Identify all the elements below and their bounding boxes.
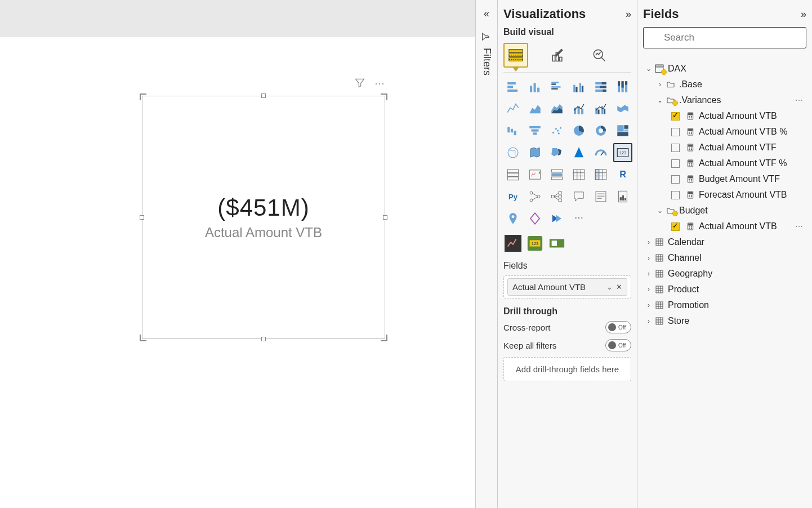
fields-well[interactable]: Actual Amount VTB ⌄ ✕ — [503, 275, 631, 298]
svg-rect-12 — [507, 86, 513, 88]
field-checkbox[interactable] — [671, 159, 680, 168]
waterfall-chart-icon[interactable] — [503, 121, 523, 140]
measure-item[interactable]: Actual Amount VTB⋯ — [670, 219, 806, 234]
more-options-icon[interactable]: ⋯ — [793, 222, 805, 231]
funnel-chart-icon[interactable] — [525, 121, 545, 140]
svg-point-122 — [691, 116, 691, 117]
measure-item[interactable]: Actual Amount VTB — [670, 108, 806, 124]
custom-visual-3-icon[interactable] — [547, 234, 566, 253]
shape-map-icon[interactable] — [547, 143, 566, 162]
multi-row-card-icon[interactable] — [503, 165, 523, 184]
svg-point-57 — [599, 128, 603, 133]
card-visual-icon[interactable]: 123 — [613, 143, 632, 162]
folder-budget[interactable]: ⌄ Budget — [654, 203, 806, 219]
folder-variances[interactable]: ⌄ .Variances ⋯ — [654, 92, 806, 108]
donut-chart-icon[interactable] — [591, 121, 610, 140]
format-visual-tab[interactable] — [545, 43, 570, 68]
slicer-icon[interactable] — [547, 165, 566, 184]
filter-icon[interactable] — [354, 77, 365, 91]
azure-map-icon[interactable] — [569, 143, 588, 162]
svg-point-142 — [691, 165, 691, 166]
power-apps-icon[interactable] — [525, 209, 545, 228]
svg-point-159 — [689, 228, 689, 229]
line-stacked-column-icon[interactable] — [569, 99, 588, 118]
r-visual-icon[interactable]: R — [613, 165, 632, 184]
filters-pane-collapsed[interactable]: « Filters — [475, 0, 498, 508]
svg-rect-15 — [534, 83, 536, 92]
measure-item[interactable]: Budget Amount VTF — [670, 171, 806, 187]
arcgis-map-icon[interactable] — [503, 209, 523, 228]
field-chip-remove-icon[interactable]: ✕ — [616, 283, 622, 291]
table-dax[interactable]: ⌄ DAX — [643, 61, 806, 77]
field-checkbox[interactable] — [671, 144, 680, 152]
matrix-icon[interactable] — [591, 165, 610, 184]
field-checkbox[interactable] — [671, 175, 680, 184]
line-clustered-column-icon[interactable] — [591, 99, 610, 118]
field-chip[interactable]: Actual Amount VTB ⌄ ✕ — [507, 278, 627, 296]
filled-map-icon[interactable] — [525, 143, 545, 162]
get-more-visuals-icon[interactable]: ⋯ — [569, 209, 588, 228]
python-visual-icon[interactable]: Py — [503, 187, 523, 206]
stacked-bar-chart-icon[interactable] — [503, 77, 523, 96]
treemap-icon[interactable] — [613, 121, 632, 140]
table-store[interactable]: › Store — [643, 313, 806, 329]
card-data-label: Actual Amount VTB — [205, 225, 322, 240]
scatter-chart-icon[interactable] — [547, 121, 566, 140]
key-influencers-icon[interactable] — [525, 187, 545, 206]
paginated-report-icon[interactable] — [613, 187, 632, 206]
svg-point-147 — [689, 181, 689, 181]
table-icon[interactable] — [569, 165, 588, 184]
table-calendar[interactable]: › Calendar — [643, 234, 806, 250]
more-options-icon[interactable]: ⋯ — [374, 77, 385, 91]
hundred-stacked-bar-icon[interactable] — [591, 77, 610, 96]
table-product[interactable]: › Product — [643, 282, 806, 297]
measure-item[interactable]: Actual Amount VTF — [670, 140, 806, 155]
clustered-column-chart-icon[interactable] — [569, 77, 588, 96]
canvas-page[interactable]: ⋯ ($451M) Actual Amount VTB — [0, 37, 475, 508]
measure-item[interactable]: Forecast Amount VTB — [670, 187, 806, 203]
analytics-tab[interactable] — [587, 43, 612, 68]
custom-visual-2-icon[interactable]: 123 — [525, 234, 545, 253]
map-icon[interactable] — [503, 143, 523, 162]
stacked-column-chart-icon[interactable] — [525, 77, 545, 96]
svg-rect-73 — [551, 177, 563, 180]
qa-visual-icon[interactable] — [569, 187, 588, 206]
field-chip-dropdown-icon[interactable]: ⌄ — [606, 283, 613, 291]
table-channel[interactable]: › Channel — [643, 250, 806, 266]
report-canvas[interactable]: ⋯ ($451M) Actual Amount VTB — [0, 0, 475, 508]
expand-filters-icon[interactable]: « — [484, 8, 489, 20]
stacked-area-chart-icon[interactable] — [547, 99, 566, 118]
hundred-stacked-column-icon[interactable] — [613, 77, 632, 96]
folder-base[interactable]: › .Base — [654, 77, 806, 92]
field-checkbox[interactable] — [671, 191, 680, 199]
custom-visual-1-icon[interactable] — [503, 234, 523, 253]
build-visual-tab[interactable] — [503, 43, 528, 68]
area-chart-icon[interactable] — [525, 99, 545, 118]
card-visual[interactable]: ⋯ ($451M) Actual Amount VTB — [142, 96, 385, 339]
fields-title: Fields — [643, 7, 679, 21]
pie-chart-icon[interactable] — [569, 121, 588, 140]
field-checkbox[interactable] — [671, 222, 680, 231]
table-promotion[interactable]: › Promotion — [643, 297, 806, 313]
kpi-icon[interactable]: ▲ — [525, 165, 545, 184]
field-checkbox[interactable] — [671, 112, 680, 121]
fields-search-input[interactable] — [643, 27, 806, 48]
smart-narrative-icon[interactable] — [591, 187, 610, 206]
ribbon-chart-icon[interactable] — [613, 99, 632, 118]
more-options-icon[interactable]: ⋯ — [793, 96, 805, 105]
power-automate-icon[interactable] — [547, 209, 566, 228]
decomposition-tree-icon[interactable] — [547, 187, 566, 206]
measure-item[interactable]: Actual Amount VTB % — [670, 124, 806, 140]
cross-report-toggle[interactable]: Off — [605, 321, 631, 333]
table-geography[interactable]: › Geography — [643, 266, 806, 282]
field-checkbox[interactable] — [671, 128, 680, 136]
gauge-icon[interactable] — [591, 143, 610, 162]
collapse-fields-icon[interactable]: » — [801, 8, 806, 20]
collapse-viz-icon[interactable]: » — [626, 8, 631, 20]
svg-rect-34 — [622, 81, 624, 87]
line-chart-icon[interactable] — [503, 99, 523, 118]
clustered-bar-chart-icon[interactable] — [547, 77, 566, 96]
drill-through-dropzone[interactable]: Add drill-through fields here — [503, 357, 631, 381]
measure-item[interactable]: Actual Amount VTF % — [670, 155, 806, 171]
keep-filters-toggle[interactable]: Off — [605, 339, 631, 351]
